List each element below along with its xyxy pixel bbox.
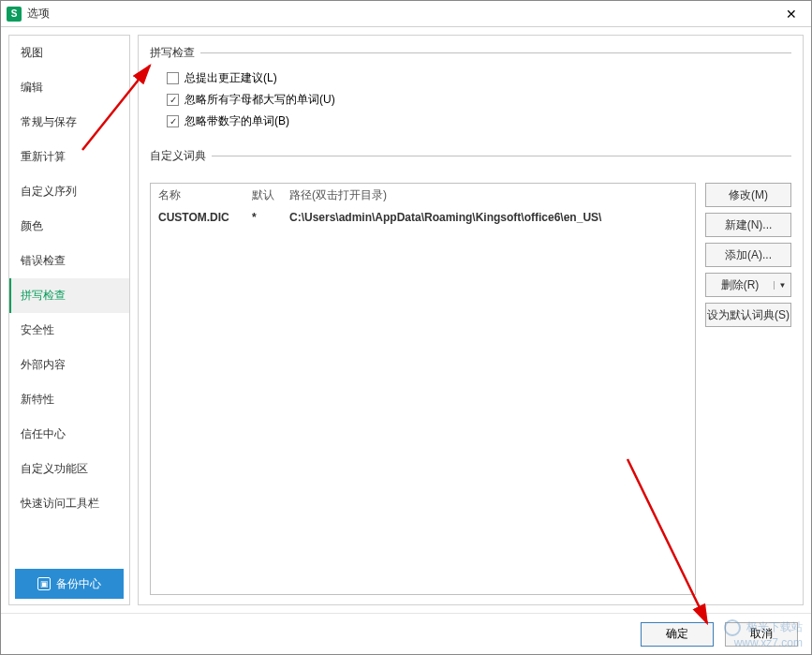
checkbox-ignore-numbers-label: 忽略带数字的单词(B) bbox=[185, 113, 289, 129]
sidebar-item-general-save[interactable]: 常规与保存 bbox=[9, 105, 129, 140]
sidebar-item-edit[interactable]: 编辑 bbox=[9, 70, 129, 105]
main-panel: 拼写检查 总提出更正建议(L) 忽略所有字母都大写的单词(U) 忽略带数字的单词… bbox=[138, 35, 804, 605]
dict-group-header: 自定义词典 bbox=[150, 148, 791, 164]
close-icon[interactable]: ✕ bbox=[777, 5, 805, 23]
checkbox-ignore-numbers[interactable] bbox=[167, 115, 179, 127]
dict-row[interactable]: CUSTOM.DIC * C:\Users\admin\AppData\Roam… bbox=[151, 207, 695, 228]
chevron-down-icon[interactable]: ▼ bbox=[774, 281, 790, 290]
options-dialog: S 选项 ✕ 视图 编辑 常规与保存 重新计算 自定义序列 颜色 错误检查 拼写… bbox=[0, 0, 812, 655]
group-divider bbox=[200, 52, 791, 53]
backup-center-label: 备份中心 bbox=[56, 576, 101, 592]
checkbox-always-suggest[interactable] bbox=[167, 72, 179, 84]
modify-button[interactable]: 修改(M) bbox=[705, 183, 791, 207]
sidebar-item-error-check[interactable]: 错误检查 bbox=[9, 244, 129, 278]
sidebar-item-new-features[interactable]: 新特性 bbox=[9, 382, 129, 417]
checkbox-ignore-uppercase-label: 忽略所有字母都大写的单词(U) bbox=[185, 92, 335, 108]
sidebar-item-customize-ribbon[interactable]: 自定义功能区 bbox=[9, 452, 129, 486]
dict-row-name: CUSTOM.DIC bbox=[151, 207, 244, 228]
spellcheck-group-title: 拼写检查 bbox=[150, 45, 195, 61]
checkbox-always-suggest-label: 总提出更正建议(L) bbox=[185, 70, 277, 86]
sidebar-item-spellcheck[interactable]: 拼写检查 bbox=[9, 278, 129, 313]
dict-table[interactable]: 名称 默认 路径(双击打开目录) CUSTOM.DIC * C:\Users\a… bbox=[150, 183, 696, 595]
titlebar: S 选项 ✕ bbox=[1, 1, 811, 27]
new-button[interactable]: 新建(N)... bbox=[705, 213, 791, 237]
checkbox-row-suggest: 总提出更正建议(L) bbox=[167, 70, 791, 86]
sidebar-item-security[interactable]: 安全性 bbox=[9, 313, 129, 348]
cancel-button[interactable]: 取消 bbox=[725, 622, 798, 647]
dict-row-default: * bbox=[244, 207, 282, 228]
sidebar: 视图 编辑 常规与保存 重新计算 自定义序列 颜色 错误检查 拼写检查 安全性 … bbox=[8, 35, 130, 605]
dict-group-title: 自定义词典 bbox=[150, 148, 206, 164]
sidebar-item-recalc[interactable]: 重新计算 bbox=[9, 140, 129, 174]
dict-col-default: 默认 bbox=[244, 184, 282, 207]
dict-row-path: C:\Users\admin\AppData\Roaming\Kingsoft\… bbox=[282, 207, 695, 228]
delete-button-label: 删除(R) bbox=[706, 277, 774, 293]
sidebar-item-view[interactable]: 视图 bbox=[9, 36, 129, 70]
add-button[interactable]: 添加(A)... bbox=[705, 243, 791, 267]
sidebar-item-external-content[interactable]: 外部内容 bbox=[9, 348, 129, 382]
sidebar-item-color[interactable]: 颜色 bbox=[9, 209, 129, 244]
group-divider bbox=[212, 156, 791, 156]
dialog-body: 视图 编辑 常规与保存 重新计算 自定义序列 颜色 错误检查 拼写检查 安全性 … bbox=[1, 27, 811, 613]
dict-col-name: 名称 bbox=[151, 184, 244, 207]
checkbox-ignore-uppercase[interactable] bbox=[167, 94, 179, 106]
window-title: 选项 bbox=[27, 6, 777, 22]
sidebar-item-trust-center[interactable]: 信任中心 bbox=[9, 417, 129, 452]
ok-button[interactable]: 确定 bbox=[641, 622, 714, 647]
dict-col-path: 路径(双击打开目录) bbox=[282, 184, 695, 207]
sidebar-items: 视图 编辑 常规与保存 重新计算 自定义序列 颜色 错误检查 拼写检查 安全性 … bbox=[9, 36, 129, 563]
sidebar-item-custom-series[interactable]: 自定义序列 bbox=[9, 174, 129, 209]
dict-section: 名称 默认 路径(双击打开目录) CUSTOM.DIC * C:\Users\a… bbox=[150, 183, 791, 595]
spellcheck-group-header: 拼写检查 bbox=[150, 45, 791, 61]
checkbox-row-ignore-caps: 忽略所有字母都大写的单词(U) bbox=[167, 92, 791, 108]
app-icon: S bbox=[7, 7, 22, 22]
dialog-footer: 确定 取消 bbox=[1, 613, 811, 654]
sidebar-item-quick-access[interactable]: 快速访问工具栏 bbox=[9, 486, 129, 521]
delete-button[interactable]: 删除(R) ▼ bbox=[705, 273, 791, 297]
checkbox-row-ignore-numbers: 忽略带数字的单词(B) bbox=[167, 113, 791, 129]
dict-buttons: 修改(M) 新建(N)... 添加(A)... 删除(R) ▼ 设为默认词典(S… bbox=[705, 183, 791, 595]
set-default-button[interactable]: 设为默认词典(S) bbox=[705, 303, 791, 327]
backup-center-button[interactable]: ▣ 备份中心 bbox=[15, 569, 124, 599]
backup-icon: ▣ bbox=[37, 577, 51, 590]
